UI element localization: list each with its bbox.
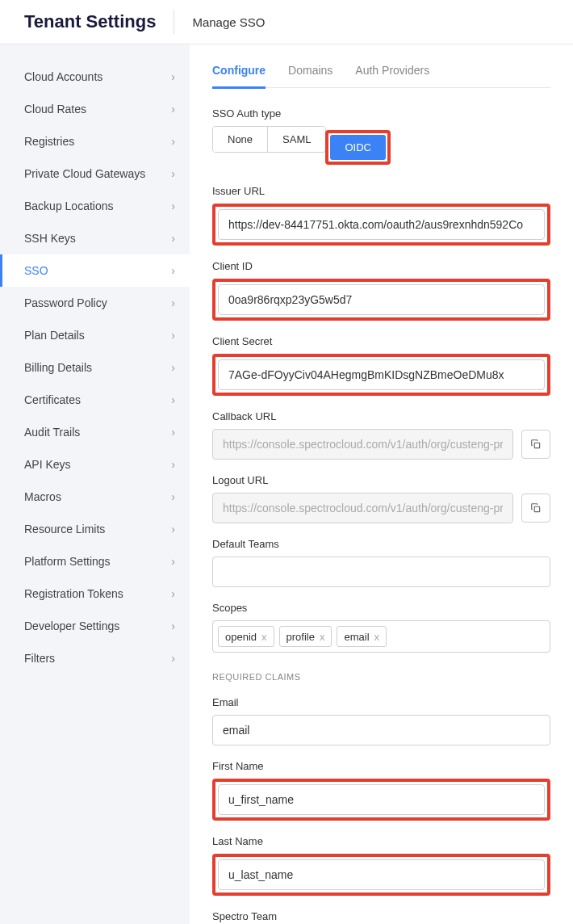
callback-url-label: Callback URL	[212, 410, 550, 422]
first-name-claim-label: First Name	[212, 760, 550, 772]
copy-icon	[530, 439, 542, 450]
scope-tag: openidx	[218, 626, 274, 647]
auth-type-none[interactable]: None	[213, 127, 268, 152]
sidebar-item-label: Registries	[24, 135, 74, 148]
sidebar-item-private-cloud-gateways[interactable]: Private Cloud Gateways›	[0, 158, 190, 190]
chevron-right-icon: ›	[171, 490, 175, 503]
sidebar-item-cloud-rates[interactable]: Cloud Rates›	[0, 93, 190, 125]
scope-tag-label: profile	[286, 631, 315, 643]
sidebar-item-label: SSH Keys	[24, 232, 76, 245]
sidebar-item-cloud-accounts[interactable]: Cloud Accounts›	[0, 61, 190, 93]
chevron-right-icon: ›	[171, 361, 175, 374]
sidebar-item-label: Plan Details	[24, 329, 85, 342]
svg-rect-1	[534, 506, 539, 511]
chevron-right-icon: ›	[171, 620, 175, 632]
chevron-right-icon: ›	[171, 555, 175, 568]
main-content: ConfigureDomainsAuth Providers SSO Auth …	[190, 44, 573, 924]
sidebar-item-api-keys[interactable]: API Keys›	[0, 448, 190, 481]
copy-callback-button[interactable]	[521, 430, 550, 459]
sidebar-item-macros[interactable]: Macros›	[0, 481, 190, 513]
sidebar-item-backup-locations[interactable]: Backup Locations›	[0, 190, 190, 222]
auth-type-oidc[interactable]: OIDC	[330, 135, 386, 160]
sidebar-item-ssh-keys[interactable]: SSH Keys›	[0, 222, 190, 254]
sidebar-item-label: API Keys	[24, 458, 71, 471]
scope-tag-label: openid	[225, 631, 257, 643]
sidebar-item-label: Platform Settings	[24, 555, 111, 568]
sidebar-item-label: Cloud Rates	[24, 103, 86, 116]
copy-logout-button[interactable]	[521, 494, 550, 523]
first-name-claim-input[interactable]	[218, 784, 545, 815]
svg-rect-0	[534, 443, 539, 447]
last-name-claim-label: Last Name	[212, 835, 550, 847]
sidebar-item-label: Backup Locations	[24, 200, 114, 212]
chevron-right-icon: ›	[171, 458, 175, 471]
sidebar-item-label: Password Policy	[24, 296, 107, 309]
sidebar-item-audit-trails[interactable]: Audit Trails›	[0, 416, 190, 448]
remove-tag-icon[interactable]: x	[320, 631, 325, 643]
sidebar-item-label: Private Cloud Gateways	[24, 167, 145, 180]
chevron-right-icon: ›	[171, 523, 175, 536]
page-title: Tenant Settings	[24, 11, 156, 32]
chevron-right-icon: ›	[171, 264, 175, 277]
sidebar-item-developer-settings[interactable]: Developer Settings›	[0, 610, 190, 642]
sidebar-item-label: Filters	[24, 652, 55, 665]
sidebar-item-registries[interactable]: Registries›	[0, 125, 190, 158]
sidebar-item-billing-details[interactable]: Billing Details›	[0, 351, 190, 384]
header-divider	[174, 10, 174, 34]
client-secret-input[interactable]	[218, 359, 545, 390]
sidebar-item-label: Macros	[24, 490, 61, 503]
sidebar-item-sso[interactable]: SSO›	[0, 254, 190, 287]
sidebar-item-label: Resource Limits	[24, 523, 105, 536]
spectro-team-claim-label: Spectro Team	[212, 910, 550, 922]
chevron-right-icon: ›	[171, 587, 175, 600]
client-id-label: Client ID	[212, 260, 550, 272]
sidebar-item-plan-details[interactable]: Plan Details›	[0, 319, 190, 351]
sidebar-item-label: SSO	[24, 264, 48, 277]
scopes-input[interactable]: openidxprofilexemailx	[212, 620, 550, 653]
scope-tag: emailx	[337, 626, 387, 647]
tab-domains[interactable]: Domains	[288, 64, 333, 87]
chevron-right-icon: ›	[171, 200, 175, 212]
sidebar-item-filters[interactable]: Filters›	[0, 642, 190, 674]
tab-configure[interactable]: Configure	[212, 64, 266, 89]
page-header: Tenant Settings Manage SSO	[0, 0, 573, 44]
sidebar-item-label: Billing Details	[24, 361, 92, 374]
chevron-right-icon: ›	[171, 393, 175, 406]
email-claim-input[interactable]	[212, 715, 550, 746]
chevron-right-icon: ›	[171, 426, 175, 439]
required-claims-heading: REQUIRED CLAIMS	[212, 672, 550, 682]
remove-tag-icon[interactable]: x	[261, 631, 267, 643]
scope-tag-label: email	[344, 631, 369, 643]
client-secret-label: Client Secret	[212, 335, 550, 347]
last-name-claim-input[interactable]	[218, 859, 545, 890]
issuer-url-input[interactable]	[218, 209, 545, 240]
chevron-right-icon: ›	[171, 103, 175, 116]
chevron-right-icon: ›	[171, 135, 175, 148]
logout-url-input	[212, 493, 513, 523]
sidebar-item-registration-tokens[interactable]: Registration Tokens›	[0, 578, 190, 610]
chevron-right-icon: ›	[171, 296, 175, 309]
chevron-right-icon: ›	[171, 329, 175, 342]
callback-url-input	[212, 429, 513, 460]
sidebar: Cloud Accounts›Cloud Rates›Registries›Pr…	[0, 44, 190, 924]
sidebar-item-label: Developer Settings	[24, 620, 119, 632]
remove-tag-icon[interactable]: x	[374, 631, 380, 643]
tab-auth-providers[interactable]: Auth Providers	[355, 64, 429, 87]
sidebar-item-certificates[interactable]: Certificates›	[0, 384, 190, 416]
sidebar-item-label: Certificates	[24, 393, 81, 406]
page-subtitle: Manage SSO	[192, 15, 265, 29]
sidebar-item-platform-settings[interactable]: Platform Settings›	[0, 545, 190, 578]
auth-type-saml[interactable]: SAML	[268, 127, 325, 152]
default-teams-input[interactable]	[212, 556, 550, 587]
chevron-right-icon: ›	[171, 652, 175, 665]
client-id-input[interactable]	[218, 284, 545, 315]
scopes-label: Scopes	[212, 602, 550, 614]
auth-type-label: SSO Auth type	[212, 107, 550, 120]
sidebar-item-password-policy[interactable]: Password Policy›	[0, 287, 190, 319]
copy-icon	[530, 502, 542, 514]
sidebar-item-label: Cloud Accounts	[24, 70, 102, 83]
sidebar-item-resource-limits[interactable]: Resource Limits›	[0, 513, 190, 545]
sidebar-item-label: Registration Tokens	[24, 587, 123, 600]
issuer-url-label: Issuer URL	[212, 185, 550, 197]
scope-tag: profilex	[279, 626, 333, 647]
